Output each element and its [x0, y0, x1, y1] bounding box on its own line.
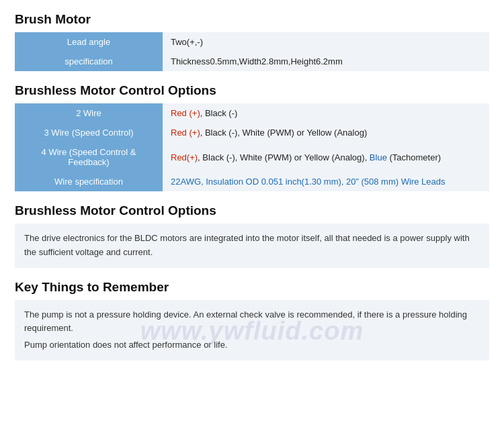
- table-row: specification Thickness0.5mm,Width2.8mm,…: [15, 52, 489, 71]
- value-cell: Red (+), Black (-): [163, 103, 489, 123]
- value-text: (Tachometer): [387, 152, 441, 162]
- brushless-desc-text: The drive electronics for the BLDC motor…: [24, 233, 470, 257]
- value-cell: Red(+), Black (-), White (PWM) or Yellow…: [163, 142, 489, 172]
- value-text: Thickness0.5mm,Width2.8mm,Height6.2mm: [171, 56, 343, 66]
- value-text-black: Black (-): [205, 128, 237, 138]
- value-separator: ,: [200, 108, 205, 118]
- label-cell: Lead angle: [15, 32, 163, 52]
- label-cell: 4 Wire (Speed Control & Feedback): [15, 142, 163, 172]
- label-cell: Wire specification: [15, 172, 163, 191]
- table-row: Wire specification 22AWG, Insulation OD …: [15, 172, 489, 191]
- table-row: 3 Wire (Speed Control) Red (+), Black (-…: [15, 123, 489, 142]
- value-cell: Thickness0.5mm,Width2.8mm,Height6.2mm: [163, 52, 489, 71]
- value-cell: 22AWG, Insulation OD 0.051 inch(1.30 mm)…: [163, 172, 489, 191]
- brushless-desc-box: The drive electronics for the BLDC motor…: [15, 224, 489, 268]
- value-text: , White (PWM) or Yellow (Analog): [237, 128, 367, 138]
- value-text: Two(+,-): [171, 37, 203, 47]
- value-text-black: Black (-): [202, 152, 235, 162]
- value-text-black: Black (-): [205, 108, 237, 118]
- brush-motor-section: Brush Motor Lead angle Two(+,-) specific…: [15, 12, 489, 71]
- value-text-red: Red(+): [171, 152, 198, 162]
- value-cell: Two(+,-): [163, 32, 489, 52]
- key-things-section: Key Things to Remember The pump is not a…: [15, 280, 489, 360]
- value-text-red: Red (+): [171, 108, 200, 118]
- value-cell: Red (+), Black (-), White (PWM) or Yello…: [163, 123, 489, 142]
- brushless-desc-section: Brushless Motor Control Options The driv…: [15, 203, 489, 268]
- value-separator: ,: [200, 128, 205, 138]
- value-text-blue: Blue: [370, 152, 387, 162]
- label-cell: specification: [15, 52, 163, 71]
- page-wrapper: Brush Motor Lead angle Two(+,-) specific…: [0, 0, 504, 386]
- key-things-line1: The pump is not a pressure holding devic…: [24, 308, 480, 336]
- table-row: 4 Wire (Speed Control & Feedback) Red(+)…: [15, 142, 489, 172]
- brushless-table: 2 Wire Red (+), Black (-) 3 Wire (Speed …: [15, 103, 489, 191]
- key-things-line2: Pump orientation does not affect perform…: [24, 338, 480, 352]
- value-text-red: Red (+): [171, 128, 200, 138]
- brushless-desc-title: Brushless Motor Control Options: [15, 203, 489, 218]
- brushless-table-title: Brushless Motor Control Options: [15, 83, 489, 98]
- key-things-title: Key Things to Remember: [15, 280, 489, 295]
- label-cell: 3 Wire (Speed Control): [15, 123, 163, 142]
- key-things-box: The pump is not a pressure holding devic…: [15, 300, 489, 360]
- table-row: 2 Wire Red (+), Black (-): [15, 103, 489, 123]
- value-text: , White (PWM) or Yellow (Analog),: [235, 152, 370, 162]
- label-cell: 2 Wire: [15, 103, 163, 123]
- brush-motor-table: Lead angle Two(+,-) specification Thickn…: [15, 32, 489, 71]
- brush-motor-title: Brush Motor: [15, 12, 489, 27]
- table-row: Lead angle Two(+,-): [15, 32, 489, 52]
- brushless-table-section: Brushless Motor Control Options 2 Wire R…: [15, 83, 489, 191]
- value-text-link: 22AWG, Insulation OD 0.051 inch(1.30 mm)…: [171, 177, 445, 187]
